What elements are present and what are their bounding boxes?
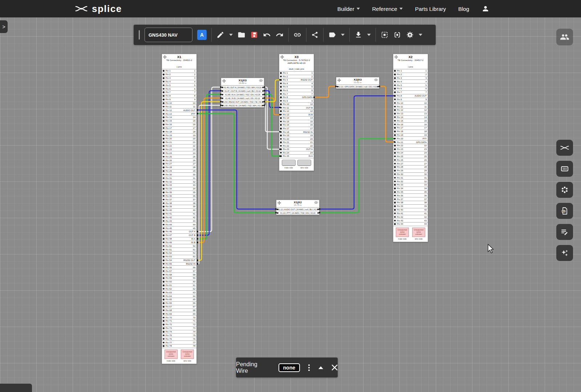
pin-row-X2-27[interactable]: Pin 2727 <box>393 162 428 166</box>
toolbar-drag-handle[interactable] <box>139 30 140 40</box>
pin-row-X3-15[interactable]: Pin 1515 <box>279 120 314 124</box>
pin-row-X3-1[interactable]: Pin 11 <box>279 72 314 75</box>
wire-X2.21-X3.8[interactable] <box>314 86 336 97</box>
pin-row-X1-56[interactable]: Pin 5656 <box>162 266 196 269</box>
move-icon[interactable] <box>222 79 226 83</box>
pin-row-X2-24[interactable]: Pin 2424 <box>393 151 428 155</box>
pin-row-X1-23[interactable]: Pin 2323 <box>162 148 196 152</box>
pin-row-X2-44[interactable]: Pin 4444 <box>393 222 428 226</box>
wire-row[interactable]: X1.55 | RS232 IN | 24 AWG | 7/32 | WH | … <box>221 104 264 107</box>
share-button[interactable] <box>311 31 318 38</box>
pin-row-X1-32[interactable]: Pin 3232 <box>162 180 196 184</box>
visibility-toggle[interactable] <box>314 201 318 204</box>
pin-row-X2-12[interactable]: Pin 1212 <box>393 109 428 112</box>
pin-row-X1-55[interactable]: Pin 55RS232 IN <box>162 262 196 266</box>
pin-row-X2-13[interactable]: Pin 1313 <box>393 112 428 116</box>
pin-row-X2-29[interactable]: Pin 2929 <box>393 169 428 173</box>
pin-row-X1-57[interactable]: Pin 5757 <box>162 269 196 273</box>
pin-row-X1-7[interactable]: Pin 77 <box>162 91 196 94</box>
splice-wire-button[interactable] <box>556 140 573 156</box>
pin-row-X2-18[interactable]: Pin 1818 <box>393 130 428 134</box>
pin-row-X2-16[interactable]: Pin 1616 <box>393 123 428 126</box>
pin-row-X1-43[interactable]: Pin 4343 <box>162 219 196 223</box>
pin-row-X2-4[interactable]: Pin 44 <box>393 80 428 83</box>
pin-row-X1-38[interactable]: Pin 3838 <box>162 201 196 205</box>
pin-row-X3-19[interactable]: Pin 1919 <box>279 134 314 138</box>
pin-row-X2-20[interactable]: Pin 20PTT <box>393 137 428 140</box>
connector-block-X3[interactable]: X3TE Connectivit... 5-747912-2AMPLIMITE … <box>279 54 314 171</box>
pin-row-X1-1[interactable]: Pin 11 <box>162 69 196 73</box>
download-button[interactable] <box>354 31 362 39</box>
pin-row-X1-25[interactable]: Pin 2525 <box>162 155 196 159</box>
wire-X1.47-X3.11[interactable] <box>198 91 221 235</box>
pin-row-X1-73[interactable]: Pin 7373 <box>162 327 196 330</box>
pin-row-X3-3[interactable]: Pin 3RS232 OUT <box>279 78 314 82</box>
project-name-input[interactable] <box>145 28 192 42</box>
pin-row-X1-76[interactable]: Pin 7676 <box>162 337 196 341</box>
pin-row-X2-19[interactable]: Pin 1919 <box>393 134 428 137</box>
pin-row-X1-4[interactable]: Pin 44 <box>162 80 196 84</box>
pdf-export-button[interactable]: PDF <box>556 203 573 219</box>
visibility-toggle[interactable] <box>374 78 378 81</box>
settings-dropdown-caret[interactable] <box>419 34 422 36</box>
pin-row-X2-2[interactable]: Pin 22 <box>393 73 428 77</box>
pin-row-X1-69[interactable]: Pin 6969 <box>162 312 196 316</box>
settings-button[interactable] <box>406 31 414 39</box>
pin-row-X1-11[interactable]: Pin 1111 <box>162 105 196 109</box>
auto-arrange-button[interactable]: A <box>197 30 207 40</box>
pin-row-X2-14[interactable]: Pin 1414 <box>393 116 428 119</box>
pin-row-X1-34[interactable]: Pin 3434 <box>162 187 196 191</box>
wire-X1.12-X2.8[interactable] <box>198 110 276 209</box>
pin-row-X1-68[interactable]: Pin 6868 <box>162 309 196 313</box>
wire-X1.47-X3.11[interactable] <box>264 91 280 107</box>
pin-row-X1-27[interactable]: Pin 2727 <box>162 162 196 166</box>
left-panel-expand-button[interactable]: > <box>0 20 8 33</box>
wire-X1.48-X3.25[interactable] <box>198 94 221 239</box>
pin-row-X1-39[interactable]: Pin 3939 <box>162 205 196 209</box>
pin-row-X1-30[interactable]: Pin 3030 <box>162 173 196 176</box>
pin-row-X1-44[interactable]: Pin 4444 <box>162 223 196 226</box>
fit-view-button[interactable] <box>393 31 401 39</box>
wire-X1.49-X3.13[interactable] <box>198 98 221 242</box>
pin-row-X1-75[interactable]: Pin 7575 <box>162 334 196 337</box>
pin-row-X1-28[interactable]: Pin 2828 <box>162 166 196 170</box>
pin-row-X1-40[interactable]: Pin 4040 <box>162 209 196 212</box>
pin-row-X1-37[interactable]: Pin 3737 <box>162 198 196 201</box>
wire-row[interactable]: X1.49 | IN B | 24 AWG | null | OG | X3.1… <box>221 97 264 100</box>
pin-row-X1-24[interactable]: Pin 2424 <box>162 151 196 155</box>
pin-row-X1-17[interactable]: Pin 1717 <box>162 127 196 130</box>
pin-row-X1-42[interactable]: Pin 4242 <box>162 216 196 220</box>
redo-button[interactable] <box>276 31 284 39</box>
pin-row-X2-17[interactable]: Pin 1717 <box>393 126 428 130</box>
pin-row-X3-14[interactable]: Pin 1414 <box>279 117 314 120</box>
wire-X1.13-X2.20[interactable] <box>198 114 276 213</box>
pin-row-X1-21[interactable]: Pin 2121 <box>162 141 196 144</box>
pin-row-X2-34[interactable]: Pin 3434 <box>393 187 428 191</box>
pin-row-X1-16[interactable]: Pin 1616 <box>162 123 196 127</box>
pin-row-X2-23[interactable]: Pin 2323 <box>393 148 428 151</box>
pin-row-X2-6[interactable]: Pin 66 <box>393 87 428 91</box>
pin-row-X1-61[interactable]: Pin 6161 <box>162 284 196 287</box>
pin-row-X1-47[interactable]: Pin 47OUT B <box>162 234 196 237</box>
pin-row-X1-59[interactable]: Pin 5959 <box>162 277 196 280</box>
pin-row-X3-10[interactable]: Pin 1010 <box>279 103 314 106</box>
pencil-dropdown-caret[interactable] <box>229 34 233 36</box>
pin-row-X2-22[interactable]: Pin 2222 <box>393 144 428 148</box>
pin-row-X2-10[interactable]: Pin 1010 <box>393 101 428 105</box>
pin-row-X1-9[interactable]: Pin 99 <box>162 98 196 102</box>
pin-row-X3-2[interactable]: Pin 22 <box>279 75 314 79</box>
label-tag-button[interactable] <box>328 31 336 39</box>
connector-block-X2[interactable]: X2TE Connectivity... 204517-2| pinsPin 1… <box>393 54 428 242</box>
pin-row-X1-36[interactable]: Pin 3636 <box>162 195 196 198</box>
wire-table-X1|X3[interactable]: X1|X319.69 inX1.46 | OUT A | 24 AWG | 7/… <box>221 78 264 108</box>
pin-row-X1-51[interactable]: Pin 5151 <box>162 248 196 252</box>
pin-row-X1-67[interactable]: Pin 6767 <box>162 305 196 309</box>
wire-X1.48-X3.25[interactable] <box>264 94 280 156</box>
move-icon[interactable] <box>277 201 281 205</box>
pin-row-X1-60[interactable]: Pin 6060 <box>162 280 196 284</box>
edit-pencil-button[interactable] <box>216 31 224 39</box>
pin-row-X1-74[interactable]: Pin 7474 <box>162 330 196 334</box>
pin-row-X1-18[interactable]: Pin 1818 <box>162 130 196 134</box>
pin-row-X1-62[interactable]: Pin 6262 <box>162 287 196 291</box>
pin-row-X1-19[interactable]: Pin 1919 <box>162 134 196 137</box>
